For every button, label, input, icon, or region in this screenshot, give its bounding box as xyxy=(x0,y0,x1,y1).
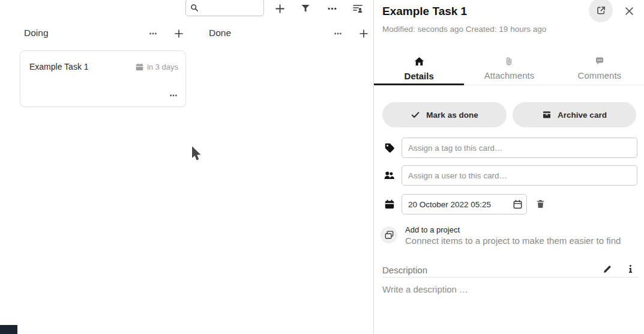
close-panel-button[interactable] xyxy=(621,3,637,19)
remove-due-date-button[interactable] xyxy=(532,196,548,211)
app-window: Doing Example Task 1 in 3 days xyxy=(0,0,644,334)
archive-icon xyxy=(542,110,552,120)
filter-button[interactable] xyxy=(298,1,313,16)
tab-details-label: Details xyxy=(405,71,434,81)
info-icon xyxy=(626,264,635,274)
plus-icon xyxy=(275,4,285,14)
mark-as-done-label: Mark as done xyxy=(426,111,478,120)
trash-icon xyxy=(535,199,546,209)
task-card[interactable]: Example Task 1 in 3 days xyxy=(20,50,186,107)
add-to-project-title[interactable]: Add to a project xyxy=(405,225,460,234)
card-due-badge: in 3 days xyxy=(135,62,178,71)
date-picker-button[interactable] xyxy=(510,196,525,212)
plus-icon xyxy=(359,29,369,38)
description-label: Description xyxy=(382,265,427,275)
tab-details[interactable]: Details xyxy=(374,51,464,85)
more-dots-icon xyxy=(149,29,157,38)
add-to-project-button[interactable] xyxy=(381,226,397,243)
background-window-corner xyxy=(0,325,17,334)
users-icon xyxy=(383,169,395,181)
more-dots-icon xyxy=(169,91,178,100)
search-icon xyxy=(190,4,199,12)
panel-meta: Modified: seconds ago Created: 19 hours … xyxy=(382,25,546,34)
card-title: Example Task 1 xyxy=(29,62,89,71)
more-dots-icon xyxy=(334,29,342,38)
calendar-icon xyxy=(135,62,144,71)
paperclip-icon xyxy=(504,56,514,66)
tab-attachments[interactable]: Attachments xyxy=(464,51,554,85)
search-input[interactable] xyxy=(202,1,262,14)
doing-column-menu-button[interactable] xyxy=(145,26,161,41)
archive-card-label: Archive card xyxy=(558,111,607,120)
add-card-button[interactable] xyxy=(272,1,287,16)
tab-comments[interactable]: Comments xyxy=(555,51,644,85)
funnel-icon xyxy=(301,4,310,13)
add-to-project-subtitle: Connect items to a project to make them … xyxy=(405,235,621,246)
doing-add-card-button[interactable] xyxy=(171,26,187,41)
home-icon xyxy=(414,56,424,67)
due-date-input[interactable] xyxy=(402,194,527,214)
projects-icon xyxy=(384,230,394,240)
assign-user-input[interactable] xyxy=(402,165,637,186)
comments-icon xyxy=(595,56,604,66)
open-in-window-button[interactable] xyxy=(589,0,613,22)
close-icon xyxy=(625,7,634,16)
pencil-icon xyxy=(603,264,612,274)
panel-title: Example Task 1 xyxy=(382,5,467,18)
external-link-icon xyxy=(596,5,606,16)
tag-icon xyxy=(384,142,396,154)
assigned-cards-button[interactable] xyxy=(350,1,366,16)
tab-attachments-label: Attachments xyxy=(484,70,534,80)
edit-description-button[interactable] xyxy=(600,261,615,277)
card-detail-panel: Example Task 1 Modified: seconds ago Cre… xyxy=(373,0,644,334)
assigned-list-icon xyxy=(352,3,363,14)
done-column-menu-button[interactable] xyxy=(330,26,346,41)
kanban-board: Doing Example Task 1 in 3 days xyxy=(0,0,373,334)
card-due-text: in 3 days xyxy=(147,62,178,71)
done-add-card-button[interactable] xyxy=(356,26,372,41)
description-divider xyxy=(382,277,639,278)
detail-tabs: Details Attachments Comments xyxy=(374,51,644,85)
calendar-icon xyxy=(384,198,396,210)
mark-as-done-button[interactable]: Mark as done xyxy=(382,102,507,127)
plus-icon xyxy=(174,29,184,38)
tab-comments-label: Comments xyxy=(578,70,622,80)
search-box[interactable] xyxy=(185,0,264,16)
check-icon xyxy=(411,110,420,120)
more-dots-icon xyxy=(327,4,337,14)
archive-card-button[interactable]: Archive card xyxy=(513,102,636,127)
assign-tag-input[interactable] xyxy=(402,138,637,158)
column-title-done: Done xyxy=(209,28,231,38)
calendar-picker-icon xyxy=(513,199,523,210)
description-placeholder[interactable]: Write a description … xyxy=(382,284,468,294)
mouse-cursor xyxy=(191,145,202,165)
card-menu-button[interactable] xyxy=(166,88,181,103)
description-info-button[interactable] xyxy=(622,261,638,277)
board-menu-button[interactable] xyxy=(324,1,340,16)
active-tab-underline xyxy=(374,84,464,85)
column-title-doing: Doing xyxy=(24,28,49,38)
